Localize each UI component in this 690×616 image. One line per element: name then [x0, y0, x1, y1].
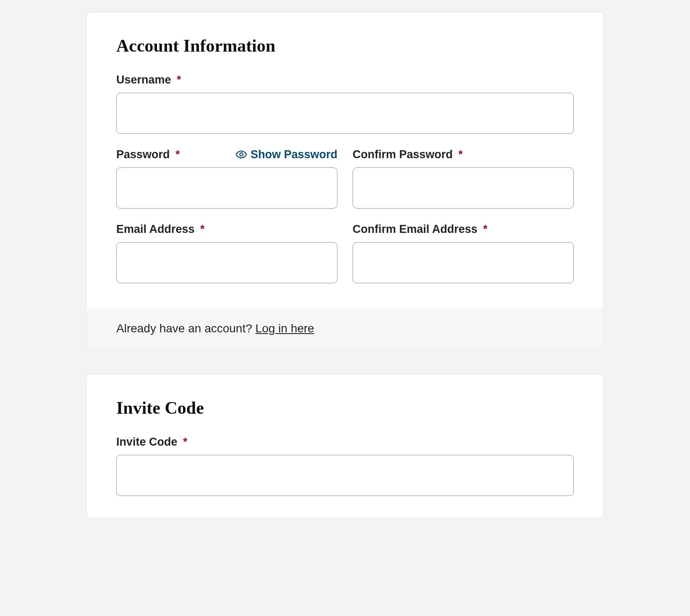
- confirm-email-input[interactable]: [353, 242, 574, 283]
- invite-code-label: Invite Code *: [116, 436, 188, 449]
- required-marker: *: [177, 73, 181, 86]
- email-label: Email Address *: [116, 223, 205, 236]
- invite-code-heading: Invite Code: [116, 398, 574, 418]
- email-input[interactable]: [116, 242, 337, 283]
- password-label: Password *: [116, 148, 180, 161]
- login-link[interactable]: Log in here: [256, 322, 314, 335]
- email-field-group: Email Address *: [116, 222, 337, 283]
- username-field-group: Username *: [116, 73, 574, 134]
- username-input[interactable]: [116, 93, 574, 134]
- required-marker: *: [200, 223, 205, 235]
- password-input[interactable]: [116, 167, 337, 209]
- password-field-group: Password * Show Password: [116, 147, 337, 209]
- confirm-email-label: Confirm Email Address *: [353, 223, 488, 236]
- account-card-footer: Already have an account? Log in here: [87, 308, 603, 350]
- show-password-toggle-label: Show Password: [251, 148, 337, 161]
- invite-code-card: Invite Code Invite Code *: [87, 375, 603, 518]
- confirm-password-input[interactable]: [353, 167, 574, 209]
- invite-code-field-group: Invite Code *: [116, 435, 574, 496]
- required-marker: *: [183, 436, 188, 448]
- required-marker: *: [175, 148, 180, 161]
- confirm-password-label: Confirm Password *: [353, 148, 463, 161]
- account-info-heading: Account Information: [116, 36, 574, 56]
- svg-point-0: [240, 153, 243, 156]
- show-password-toggle[interactable]: Show Password: [235, 148, 337, 161]
- eye-icon: [235, 149, 247, 160]
- required-marker: *: [458, 148, 463, 161]
- required-marker: *: [483, 223, 488, 235]
- invite-code-input[interactable]: [116, 455, 574, 496]
- confirm-password-field-group: Confirm Password *: [353, 147, 574, 209]
- confirm-email-field-group: Confirm Email Address *: [353, 222, 574, 283]
- account-info-card: Account Information Username * Password …: [87, 13, 603, 350]
- username-label: Username *: [116, 73, 181, 86]
- login-prompt-prefix: Already have an account?: [116, 322, 256, 335]
